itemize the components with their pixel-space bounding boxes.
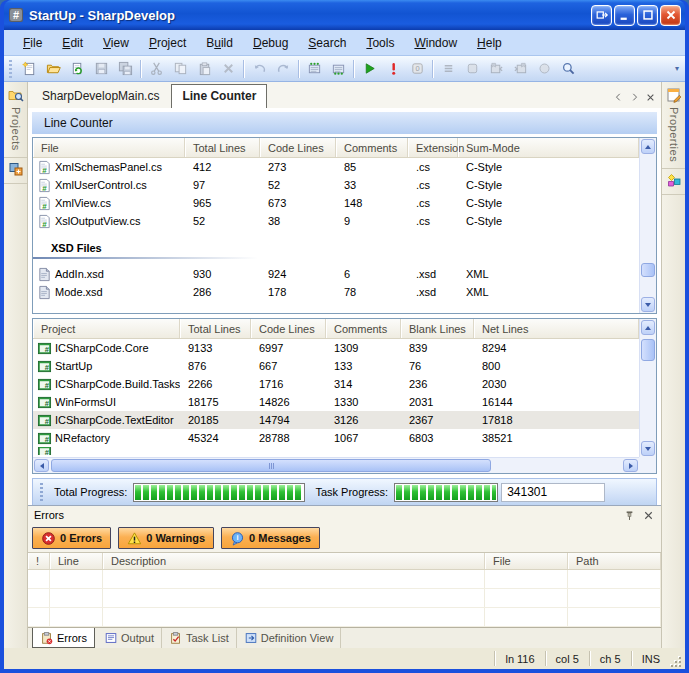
menu-item-tools[interactable]: Tools [357,33,403,53]
shade-button[interactable] [591,5,612,26]
column-header[interactable]: Code Lines [260,138,336,157]
cut-button[interactable] [144,58,168,80]
zero-counter-button[interactable]: 0 [405,58,429,80]
panel-tab-errors[interactable]: Errors [32,628,95,648]
save-all-button[interactable] [113,58,137,80]
toolbar-overflow-button[interactable]: ▾ [671,58,683,80]
title-bar[interactable]: # StartUp - SharpDevelop [4,0,685,30]
column-header[interactable]: Total Lines [185,138,260,157]
menu-item-search[interactable]: Search [299,33,355,53]
scroll-right-button[interactable] [623,459,638,472]
table-row[interactable]: Mode.xsd28617878.xsdXML [33,283,639,301]
pin-icon[interactable] [623,509,636,522]
table-row[interactable]: #ICSharpCode.TextEditor20185147943126236… [33,411,639,429]
tab-scroll-left-icon[interactable] [612,91,625,104]
menu-item-edit[interactable]: Edit [53,33,92,53]
book-next-button[interactable] [508,58,532,80]
scroll-down-button[interactable] [641,441,655,456]
menu-item-window[interactable]: Window [405,33,466,53]
table-row[interactable]: AddIn.xsd9309246.xsdXML [33,265,639,283]
menu-item-file[interactable]: File [14,33,51,53]
left-pad-tab-projects[interactable]: Projects [4,84,27,158]
table-row[interactable]: # [33,447,639,455]
refresh-file-button[interactable] [65,58,89,80]
filter-button-messages[interactable]: i0 Messages [221,527,320,549]
panel-close-icon[interactable] [642,509,655,522]
menu-item-debug[interactable]: Debug [244,33,297,53]
table-row[interactable]: #NRefactory45324287881067680338521 [33,429,639,447]
minimize-button[interactable] [614,5,635,26]
abort-button[interactable] [381,58,405,80]
right-pad-tab-properties[interactable]: Properties [662,84,685,169]
web-browser-button[interactable] [532,58,556,80]
column-header[interactable]: Project [33,319,180,338]
menu-item-build[interactable]: Build [197,33,242,53]
delete-button[interactable] [216,58,240,80]
panel-tab-definition-view[interactable]: Definition View [237,628,342,648]
blank-square-button[interactable] [460,58,484,80]
scrollbar-thumb[interactable] [51,459,491,472]
scroll-down-button[interactable] [641,297,655,312]
uncomment-region-button[interactable] [326,58,350,80]
errors-column-header[interactable]: Path [568,553,661,569]
scrollbar-thumb[interactable] [641,339,655,361]
table-row[interactable]: #XslOutputView.cs52389.csC-Style [33,212,639,230]
errors-column-header[interactable]: File [485,553,568,569]
panel-tab-task-list[interactable]: Task List [162,628,237,648]
column-header[interactable]: Total Lines [180,319,251,338]
horizontal-scrollbar[interactable] [33,457,639,473]
tab-close-icon[interactable] [644,91,657,104]
book-previous-button[interactable] [484,58,508,80]
vertical-scrollbar[interactable] [639,319,656,457]
paste-button[interactable] [192,58,216,80]
run-button[interactable] [357,58,381,80]
errors-column-header[interactable]: ! [28,553,50,569]
close-button[interactable] [660,5,681,26]
table-row[interactable]: #ICSharpCode.Build.Tasks2266171631423620… [33,375,639,393]
open-file-button[interactable] [41,58,65,80]
table-row[interactable]: #XmlView.cs965673148.csC-Style [33,194,639,212]
toolbar-grip[interactable] [9,60,12,78]
menu-item-project[interactable]: Project [140,33,195,53]
table-row[interactable]: #XmlUserControl.cs975233.csC-Style [33,176,639,194]
search-button[interactable] [556,58,580,80]
filter-button-errors[interactable]: 0 Errors [32,527,111,549]
menu-item-help[interactable]: Help [468,33,511,53]
panel-tab-output[interactable]: Output [97,628,162,648]
table-row[interactable]: #WinFormsUI18175148261330203116144 [33,393,639,411]
comment-region-button[interactable] [302,58,326,80]
column-header[interactable]: Comments [336,138,408,157]
column-header[interactable]: Sum-Mode [458,138,639,157]
copy-button[interactable] [168,58,192,80]
menu-item-view[interactable]: View [94,33,138,53]
resize-grip[interactable] [670,656,683,669]
table-row[interactable]: #ICSharpCode.Core9133699713098398294 [33,339,639,357]
column-header[interactable]: File [33,138,185,157]
maximize-button[interactable] [637,5,658,26]
document-tab-1[interactable]: SharpDevelopMain.cs [32,85,169,108]
toolbar-grip[interactable] [40,483,43,501]
filter-button-warnings[interactable]: 0 Warnings [118,527,214,549]
vertical-scrollbar[interactable] [639,138,656,313]
redo-button[interactable] [271,58,295,80]
column-header[interactable]: Comments [326,319,401,338]
column-header[interactable]: Code Lines [251,319,326,338]
left-pad-tab-icon1[interactable] [4,158,27,184]
scroll-left-button[interactable] [34,459,49,472]
undo-button[interactable] [247,58,271,80]
column-header[interactable]: Extension [408,138,458,157]
right-pad-tab-icon1[interactable] [662,169,685,195]
scrollbar-thumb[interactable] [641,263,655,277]
column-header[interactable]: Blank Lines [401,319,474,338]
table-row[interactable]: #XmlSchemasPanel.cs41227385.csC-Style [33,158,639,176]
table-row[interactable]: #StartUp87666713376800 [33,357,639,375]
document-tab-2[interactable]: Line Counter [171,84,267,108]
line-list-button[interactable] [436,58,460,80]
save-file-button[interactable] [89,58,113,80]
tab-scroll-right-icon[interactable] [628,91,641,104]
scroll-up-button[interactable] [641,139,655,154]
scroll-up-button[interactable] [641,320,655,335]
errors-column-header[interactable]: Description [103,553,485,569]
column-header[interactable]: Net Lines [474,319,639,338]
new-file-button[interactable] [17,58,41,80]
